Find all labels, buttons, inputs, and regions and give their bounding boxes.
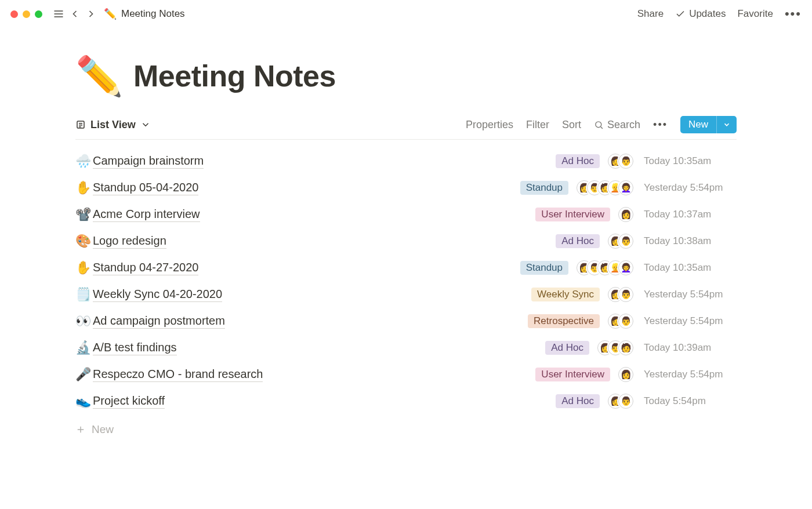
row-timestamp: Today 10:37am bbox=[644, 209, 737, 220]
sidebar-toggle-button[interactable] bbox=[50, 6, 67, 22]
avatar: 👩 bbox=[618, 367, 633, 382]
list-item[interactable]: 🌧️Campaign brainstormAd Hoc👩👨Today 10:35… bbox=[75, 148, 737, 174]
breadcrumb-title: Meeting Notes bbox=[121, 8, 185, 20]
new-button-dropdown[interactable] bbox=[716, 116, 737, 133]
row-avatars: 👩👨 bbox=[608, 234, 633, 249]
row-emoji-icon: ✋ bbox=[75, 260, 93, 275]
updates-button[interactable]: Updates bbox=[675, 8, 726, 20]
avatar: 👨 bbox=[618, 394, 633, 409]
row-timestamp: Yesterday 5:54pm bbox=[644, 369, 737, 380]
list-item[interactable]: 🔬A/B test findingsAd Hoc👩👨🧑Today 10:39am bbox=[75, 335, 737, 361]
row-emoji-icon: 🎤 bbox=[75, 367, 93, 382]
page-emoji[interactable]: ✏️ bbox=[75, 57, 123, 95]
row-avatars: 👩 bbox=[618, 207, 633, 222]
favorite-button[interactable]: Favorite bbox=[737, 8, 773, 20]
row-title: A/B test findings bbox=[93, 341, 177, 355]
list-item[interactable]: 👟Project kickoffAd Hoc👩👨Today 5:54pm bbox=[75, 388, 737, 415]
row-timestamp: Yesterday 5:54pm bbox=[644, 182, 737, 194]
database-toolbar: List View Properties Filter Sort Search … bbox=[75, 116, 737, 140]
row-title: Logo redesign bbox=[93, 234, 166, 249]
row-emoji-icon: 🗒️ bbox=[75, 287, 93, 302]
search-icon bbox=[594, 120, 604, 130]
row-avatars: 👩 bbox=[618, 367, 633, 382]
row-tag: Ad Hoc bbox=[556, 154, 600, 168]
toolbar-actions: Properties Filter Sort Search ••• New bbox=[466, 116, 737, 133]
row-title: Project kickoff bbox=[93, 394, 165, 409]
avatar: 🧑 bbox=[618, 340, 633, 355]
page-content: ✏️ Meeting Notes List View Properties Fi… bbox=[0, 28, 812, 442]
row-tag: Weekly Sync bbox=[531, 288, 600, 301]
row-title: Ad campaign postmortem bbox=[93, 314, 225, 329]
new-row-label: New bbox=[92, 423, 114, 436]
share-button[interactable]: Share bbox=[637, 8, 664, 20]
row-emoji-icon: 👟 bbox=[75, 394, 93, 409]
row-tag: Standup bbox=[520, 181, 568, 195]
row-timestamp: Today 10:35am bbox=[644, 155, 737, 167]
row-title: Weekly Sync 04-20-2020 bbox=[93, 288, 222, 302]
topbar: ✏️ Meeting Notes Share Updates Favorite … bbox=[0, 0, 812, 28]
avatar: 👨 bbox=[618, 287, 633, 302]
properties-button[interactable]: Properties bbox=[466, 119, 513, 131]
plus-icon bbox=[75, 424, 86, 435]
row-tag: Ad Hoc bbox=[556, 234, 600, 248]
filter-button[interactable]: Filter bbox=[526, 119, 549, 131]
row-emoji-icon: 👀 bbox=[75, 314, 93, 329]
row-timestamp: Yesterday 5:54pm bbox=[644, 315, 737, 327]
row-avatars: 👩👨 bbox=[608, 314, 633, 329]
list-item[interactable]: 📽️Acme Corp interviewUser Interview👩Toda… bbox=[75, 201, 737, 228]
row-tag: Ad Hoc bbox=[545, 341, 589, 355]
forward-button[interactable] bbox=[83, 6, 99, 22]
row-emoji-icon: ✋ bbox=[75, 180, 93, 195]
toolbar-more-button[interactable]: ••• bbox=[653, 119, 668, 131]
row-title: Standup 04-27-2020 bbox=[93, 261, 198, 275]
row-avatars: 👩👨🧑👱👩‍🦱 bbox=[577, 180, 633, 195]
maximize-window-button[interactable] bbox=[35, 10, 42, 18]
window-controls bbox=[10, 10, 42, 18]
row-avatars: 👩👨🧑 bbox=[597, 340, 633, 355]
close-window-button[interactable] bbox=[10, 10, 18, 18]
list-item[interactable]: 🗒️Weekly Sync 04-20-2020Weekly Sync👩👨Yes… bbox=[75, 281, 737, 308]
top-actions: Share Updates Favorite ••• bbox=[637, 6, 802, 21]
add-new-row[interactable]: New bbox=[75, 417, 737, 442]
back-button[interactable] bbox=[67, 6, 83, 22]
row-tag: Standup bbox=[520, 261, 568, 275]
view-label: List View bbox=[90, 119, 136, 131]
row-title: Campaign brainstorm bbox=[93, 154, 204, 169]
row-emoji-icon: 📽️ bbox=[75, 207, 93, 222]
list-item[interactable]: 👀Ad campaign postmortemRetrospective👩👨Ye… bbox=[75, 308, 737, 335]
new-button-label: New bbox=[680, 116, 716, 133]
row-tag: Ad Hoc bbox=[556, 394, 600, 408]
row-tag: User Interview bbox=[535, 368, 610, 381]
row-avatars: 👩👨 bbox=[608, 154, 633, 169]
list-item[interactable]: 🎤Respeczo CMO - brand researchUser Inter… bbox=[75, 361, 737, 388]
row-title: Standup 05-04-2020 bbox=[93, 181, 198, 195]
row-emoji-icon: 🔬 bbox=[75, 340, 93, 355]
search-label: Search bbox=[607, 119, 640, 131]
updates-label: Updates bbox=[689, 8, 726, 20]
row-avatars: 👩👨 bbox=[608, 287, 633, 302]
search-button[interactable]: Search bbox=[594, 119, 640, 131]
row-title: Acme Corp interview bbox=[93, 208, 200, 222]
minimize-window-button[interactable] bbox=[23, 10, 30, 18]
page-title[interactable]: Meeting Notes bbox=[133, 59, 336, 93]
avatar: 👨 bbox=[618, 234, 633, 249]
row-timestamp: Today 10:38am bbox=[644, 235, 737, 247]
row-timestamp: Today 5:54pm bbox=[644, 395, 737, 407]
list-item[interactable]: ✋Standup 05-04-2020Standup👩👨🧑👱👩‍🦱Yesterd… bbox=[75, 174, 737, 201]
page-header: ✏️ Meeting Notes bbox=[75, 57, 737, 95]
row-tag: Retrospective bbox=[528, 314, 600, 328]
row-avatars: 👩👨 bbox=[608, 394, 633, 409]
chevron-down-icon bbox=[140, 119, 151, 130]
avatar: 👨 bbox=[618, 314, 633, 329]
list-item[interactable]: ✋Standup 04-27-2020Standup👩👨🧑👱👩‍🦱Today 1… bbox=[75, 254, 737, 281]
row-timestamp: Today 10:35am bbox=[644, 262, 737, 274]
list-item[interactable]: 🎨Logo redesignAd Hoc👩👨Today 10:38am bbox=[75, 228, 737, 254]
sort-button[interactable]: Sort bbox=[562, 119, 581, 131]
svg-line-8 bbox=[601, 126, 603, 128]
breadcrumb[interactable]: ✏️ Meeting Notes bbox=[104, 8, 185, 20]
breadcrumb-icon: ✏️ bbox=[104, 8, 117, 20]
new-button[interactable]: New bbox=[680, 116, 737, 133]
view-switcher[interactable]: List View bbox=[75, 119, 151, 131]
more-menu-button[interactable]: ••• bbox=[785, 6, 802, 21]
row-timestamp: Today 10:39am bbox=[644, 342, 737, 354]
